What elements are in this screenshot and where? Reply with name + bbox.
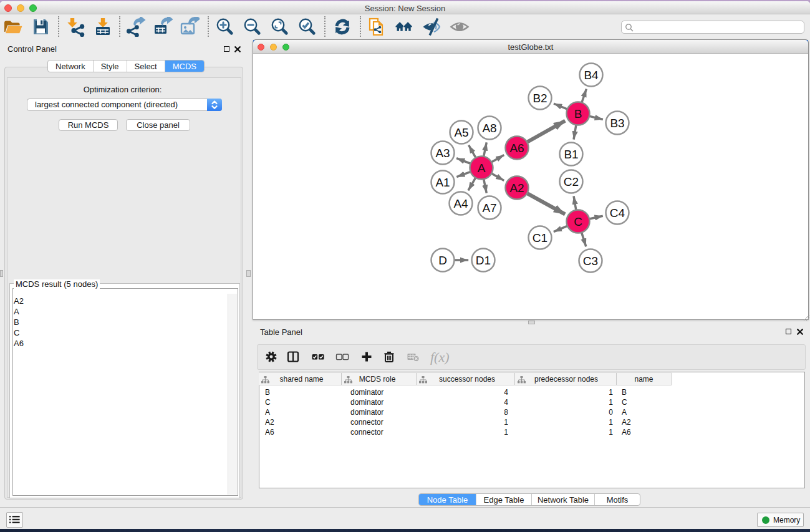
- svg-text:C1: C1: [533, 231, 547, 244]
- svg-text:B4: B4: [584, 69, 599, 82]
- svg-text:D1: D1: [476, 254, 491, 267]
- svg-text:A7: A7: [482, 201, 496, 215]
- svg-text:C2: C2: [564, 175, 579, 188]
- svg-text:D: D: [438, 254, 447, 267]
- svg-text:B1: B1: [564, 148, 578, 161]
- svg-text:A1: A1: [435, 176, 450, 189]
- svg-text:B: B: [574, 107, 582, 120]
- svg-text:C3: C3: [583, 254, 598, 268]
- svg-text:A8: A8: [482, 122, 496, 135]
- svg-text:A3: A3: [435, 147, 450, 160]
- svg-text:A5: A5: [454, 126, 468, 139]
- svg-text:B3: B3: [610, 117, 624, 130]
- svg-text:A: A: [478, 162, 486, 175]
- svg-text:A2: A2: [509, 181, 524, 195]
- svg-text:A4: A4: [453, 197, 468, 210]
- svg-text:A6: A6: [509, 142, 524, 155]
- svg-text:C4: C4: [610, 206, 625, 220]
- svg-text:B2: B2: [533, 92, 547, 105]
- svg-text:C: C: [574, 215, 582, 228]
